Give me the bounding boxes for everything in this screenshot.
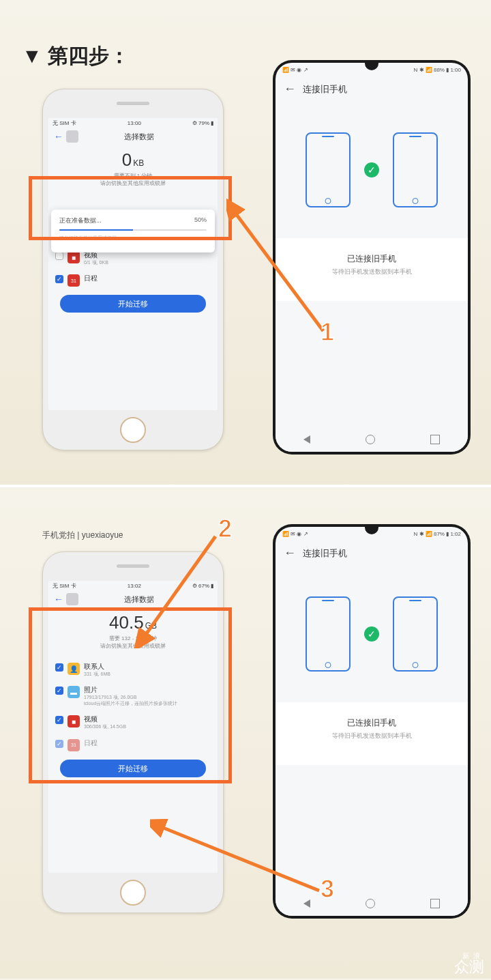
page-title: 选择数据 bbox=[66, 594, 212, 605]
warn-text: 请勿切换至其他应用或锁屏 bbox=[48, 642, 218, 650]
huawei-device: 📶 ✉ ◉ ↗ N ✱ 📶 88% ▮ 1:00 ← 连接旧手机 ✓ 已连接旧手… bbox=[273, 60, 471, 455]
status-bar: 无 SIM 卡 13:00 ⚙ 79% ▮ bbox=[48, 118, 218, 128]
row-info: 306/306 项, 14.5GB bbox=[84, 724, 211, 730]
row-info: 0/1 项, 0KB bbox=[84, 260, 211, 265]
app-bar: ← 连接旧手机 bbox=[276, 76, 468, 102]
home-button[interactable] bbox=[120, 880, 146, 906]
app-bar: ← 选择数据 bbox=[48, 128, 218, 145]
photos-icon: ▬ bbox=[68, 686, 80, 698]
connection-diagram: ✓ bbox=[276, 566, 468, 702]
iphone-screen: 无 SIM 卡 13:00 ⚙ 79% ▮ ← 选择数据 0KB 需要不到 1 … bbox=[48, 118, 218, 410]
page-title: 选择数据 bbox=[66, 132, 212, 142]
nav-back-icon[interactable] bbox=[303, 435, 310, 444]
status-carrier: 无 SIM 卡 bbox=[53, 582, 76, 590]
status-time: 13:00 bbox=[128, 120, 141, 126]
video-icon: ■ bbox=[68, 715, 80, 727]
app-bar: ← 连接旧手机 bbox=[276, 541, 468, 566]
nav-back-icon[interactable] bbox=[303, 899, 310, 908]
status-right-icons: N ✱ 📶 88% ▮ 1:00 bbox=[414, 67, 462, 73]
checkbox-icon[interactable]: ✓ bbox=[55, 663, 63, 672]
speaker bbox=[117, 564, 149, 568]
row-info: 17913/17913 项, 26.0GB bbox=[84, 695, 211, 700]
nav-recent-icon[interactable] bbox=[430, 435, 440, 444]
list-item[interactable]: ✓ 👤 联系人 331 项, 6MB bbox=[48, 658, 218, 681]
status-battery: ⚙ 79% ▮ bbox=[192, 120, 213, 126]
app-bar: ← 选择数据 bbox=[48, 590, 218, 608]
nav-home-icon[interactable] bbox=[366, 899, 375, 908]
list-item[interactable]: ✓ ■ 视频 306/306 项, 14.5GB bbox=[48, 710, 218, 734]
preparing-popup: 正在准备数据... 50% 请勿切换至其他应用或锁屏 bbox=[51, 210, 215, 253]
progress-bar bbox=[59, 229, 207, 231]
iphone-screen: 无 SIM 卡 13:02 ⚙ 67% ▮ ← 选择数据 40.5GB 需要 1… bbox=[48, 581, 218, 873]
annotation-number: 1 bbox=[321, 318, 334, 347]
list-item[interactable]: ✓ 31 日程 bbox=[48, 270, 218, 291]
eta-text: 需要不到 1 分钟 bbox=[48, 172, 218, 179]
status-battery: ⚙ 67% ▮ bbox=[192, 583, 213, 589]
start-transfer-button[interactable]: 开始迁移 bbox=[60, 760, 205, 777]
annotation-number: 3 bbox=[321, 875, 334, 904]
iphone-device: 无 SIM 卡 13:00 ⚙ 79% ▮ ← 选择数据 0KB 需要不到 1 … bbox=[42, 89, 224, 450]
summary-block: 40.5GB 需要 132 - 152 分钟 请勿切换至其他应用或锁屏 bbox=[48, 612, 218, 650]
list-item[interactable]: ✓ 31 日程 bbox=[48, 734, 218, 755]
brand-watermark: 新浪 众测 bbox=[454, 953, 484, 975]
check-icon: ✓ bbox=[364, 162, 379, 177]
phone-outline-icon bbox=[393, 132, 438, 207]
back-icon[interactable]: ← bbox=[54, 131, 63, 142]
msg-title: 已连接旧手机 bbox=[276, 253, 468, 265]
back-icon[interactable]: ← bbox=[284, 82, 296, 96]
list-item[interactable]: ✓ ▬ 照片 17913/17913 项, 26.0GB icloud云端照片不… bbox=[48, 681, 218, 710]
page-title: 连接旧手机 bbox=[303, 547, 347, 560]
back-icon[interactable]: ← bbox=[284, 546, 296, 560]
msg-title: 已连接旧手机 bbox=[276, 717, 468, 729]
phone-outline-icon bbox=[306, 132, 351, 207]
row-name: 日程 bbox=[84, 274, 211, 283]
status-time: 13:02 bbox=[128, 583, 141, 589]
start-transfer-button[interactable]: 开始迁移 bbox=[60, 295, 205, 313]
checkbox-icon[interactable]: ✓ bbox=[55, 740, 63, 748]
connection-diagram: ✓ bbox=[276, 102, 468, 238]
brand-line2: 众测 bbox=[454, 960, 484, 975]
checkbox-icon[interactable]: ✓ bbox=[55, 716, 63, 724]
annotation-number: 2 bbox=[218, 515, 232, 543]
status-left-icons: 📶 ✉ ◉ ↗ bbox=[282, 531, 308, 537]
check-icon: ✓ bbox=[364, 626, 379, 642]
popup-title: 正在准备数据... bbox=[59, 217, 102, 224]
row-name: 联系人 bbox=[84, 662, 211, 672]
author-watermark: 手机党拍 | yuexiaoyue bbox=[42, 530, 123, 541]
phone-outline-icon bbox=[393, 596, 438, 672]
status-bar: 无 SIM 卡 13:02 ⚙ 67% ▮ bbox=[48, 581, 218, 590]
calendar-icon: 31 bbox=[68, 739, 80, 751]
popup-percent: 50% bbox=[194, 216, 207, 223]
phone-outline-icon bbox=[306, 596, 351, 672]
video-icon: ■ bbox=[68, 251, 80, 263]
msg-sub: 等待旧手机发送数据到本手机 bbox=[276, 732, 468, 740]
iphone-device: 无 SIM 卡 13:02 ⚙ 67% ▮ ← 选择数据 40.5GB 需要 1… bbox=[42, 551, 224, 913]
checkbox-icon[interactable]: ✓ bbox=[55, 687, 63, 695]
panel-top: ▼ 第四步： 无 SIM 卡 13:00 ⚙ 79% ▮ ← 选择数据 0KB … bbox=[0, 0, 491, 487]
row-info: 331 项, 6MB bbox=[84, 672, 211, 677]
data-list: ✓ 👤 联系人 331 项, 6MB ✓ ▬ 照片 17913/17913 项,… bbox=[48, 658, 218, 755]
checkbox-icon[interactable]: ✓ bbox=[55, 275, 63, 283]
nav-recent-icon[interactable] bbox=[430, 899, 440, 908]
row-name: 照片 bbox=[84, 685, 211, 695]
nav-bar bbox=[276, 427, 468, 452]
row-name: 视频 bbox=[84, 715, 211, 724]
msg-sub: 等待旧手机发送数据到本手机 bbox=[276, 268, 468, 276]
step-title: ▼ 第四步： bbox=[22, 42, 130, 70]
size-unit: KB bbox=[133, 158, 144, 168]
status-carrier: 无 SIM 卡 bbox=[53, 119, 76, 127]
nav-bar bbox=[276, 891, 468, 916]
eta-text: 需要 132 - 152 分钟 bbox=[48, 635, 218, 642]
home-button[interactable] bbox=[120, 417, 146, 443]
row-name: 日程 bbox=[84, 738, 211, 748]
checkbox-icon[interactable] bbox=[55, 252, 63, 260]
status-right-icons: N ✱ 📶 87% ▮ 1:02 bbox=[414, 531, 462, 537]
nav-home-icon[interactable] bbox=[366, 435, 375, 444]
status-left-icons: 📶 ✉ ◉ ↗ bbox=[282, 67, 308, 73]
row-note: icloud云端照片不迁移，连拍照片按多张统计 bbox=[84, 701, 211, 706]
huawei-device: 📶 ✉ ◉ ↗ N ✱ 📶 87% ▮ 1:02 ← 连接旧手机 ✓ 已连接旧手… bbox=[273, 524, 471, 919]
size-unit: GB bbox=[145, 621, 157, 631]
page-title: 连接旧手机 bbox=[303, 83, 347, 96]
back-icon[interactable]: ← bbox=[54, 594, 63, 605]
calendar-icon: 31 bbox=[68, 274, 80, 287]
